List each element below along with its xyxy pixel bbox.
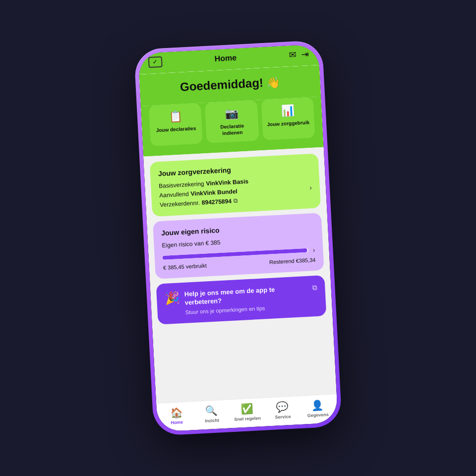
risk-card-title: Jouw eigen risico <box>161 221 314 237</box>
declaraties-label: Jouw declaraties <box>156 125 196 133</box>
indienen-icon: 📷 <box>225 107 238 120</box>
main-content: Goedemiddag! 👋 📋 Jouw declaraties 📷 Decl… <box>139 65 336 403</box>
policy-number: 894275894 <box>202 198 232 206</box>
action-declaraties[interactable]: 📋 Jouw declaraties <box>149 103 203 146</box>
external-link-icon[interactable]: ⧉ <box>312 284 317 293</box>
copy-icon[interactable]: ⧉ <box>234 197 238 204</box>
notification-icon[interactable]: ✉ <box>289 49 297 60</box>
zorggebruik-icon: 📊 <box>281 104 295 118</box>
nav-label-snel-regelen: Snel regelen <box>234 416 261 422</box>
nav-label-inzicht: Inzicht <box>205 418 219 423</box>
nav-item-snel-regelen[interactable]: ✅ Snel regelen <box>234 402 261 422</box>
home-icon: 🏠 <box>170 406 183 418</box>
nav-label-gegevens: Gegevens <box>307 412 329 418</box>
nav-item-gegevens[interactable]: 👤 Gegevens <box>304 399 331 418</box>
checkbox-icon[interactable]: ✓ <box>148 57 163 68</box>
nav-item-inzicht[interactable]: 🔍 Inzicht <box>198 404 225 424</box>
indienen-label: Declaratie indienen <box>210 122 255 137</box>
feedback-card[interactable]: 🎉 Help je ons mee om de app te verbetere… <box>156 275 327 324</box>
risk-spent: € 385,45 verbruikt <box>163 262 207 271</box>
person-icon: 👤 <box>311 399 324 411</box>
risk-card[interactable]: Jouw eigen risico Eigen risico van € 385… <box>153 213 324 279</box>
action-zorggebruik[interactable]: 📊 Jouw zorggebruik <box>261 97 315 140</box>
header-icons: ✉ ⇥ <box>289 49 309 60</box>
phone-screen: ✓ Home ✉ ⇥ Goedemiddag! 👋 <box>138 44 338 432</box>
phone-inner: ✓ Home ✉ ⇥ Goedemiddag! 👋 <box>138 44 338 432</box>
search-icon: 🔍 <box>205 405 218 417</box>
insurance-card[interactable]: Jouw zorgverzekering Basisverzekering Vi… <box>150 153 321 217</box>
action-indienen[interactable]: 📷 Declaratie indienen <box>205 100 259 143</box>
checkmark-icon: ✅ <box>240 403 253 415</box>
risk-remaining: Resterend €385,34 <box>269 257 316 265</box>
greeting-text: Goedemiddag! 👋 <box>179 75 280 94</box>
nav-item-service[interactable]: 💬 Service <box>269 400 296 420</box>
policy-label: Verzekerdennr. <box>160 199 200 208</box>
feedback-content: Help je ons mee om de app te verbeteren?… <box>184 284 308 315</box>
cards-area: Jouw zorgverzekering Basisverzekering Vi… <box>143 147 337 403</box>
declaraties-icon: 📋 <box>169 110 182 123</box>
nav-label-service: Service <box>275 414 291 420</box>
logout-icon[interactable]: ⇥ <box>301 49 309 60</box>
feedback-emoji: 🎉 <box>164 291 179 305</box>
quick-actions: 📋 Jouw declaraties 📷 Declaratie indienen… <box>141 97 324 157</box>
greeting-emoji: 👋 <box>266 76 280 89</box>
header-title: Home <box>214 54 237 63</box>
nav-item-home[interactable]: 🏠 Home <box>163 406 190 426</box>
chat-icon: 💬 <box>276 401 289 413</box>
insurance-chevron-icon: › <box>309 183 312 191</box>
zorggebruik-label: Jouw zorggebruik <box>267 119 309 127</box>
phone-wrapper: ✓ Home ✉ ⇥ Goedemiddag! 👋 <box>134 40 342 436</box>
nav-label-home: Home <box>171 419 183 425</box>
insurance-card-title: Jouw zorgverzekering <box>158 162 311 178</box>
risk-chevron-icon: › <box>312 246 315 254</box>
